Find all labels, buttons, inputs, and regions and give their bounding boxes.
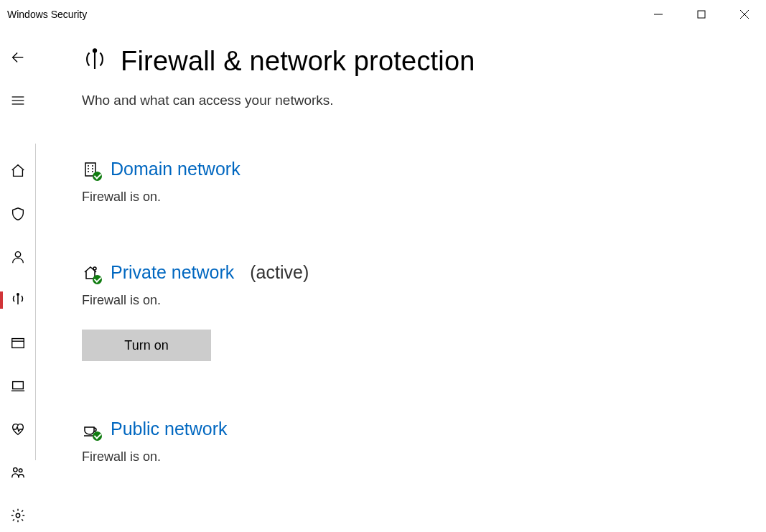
window-title: Windows Security xyxy=(7,9,87,20)
public-network-header[interactable]: Public network xyxy=(82,419,737,439)
svg-rect-1 xyxy=(698,11,705,18)
nav-device-performance[interactable] xyxy=(0,418,36,441)
nav-device-security[interactable] xyxy=(0,375,36,398)
public-network-section: Public network Firewall is on. xyxy=(82,419,737,465)
menu-button[interactable] xyxy=(0,89,36,112)
nav-firewall[interactable] xyxy=(0,289,36,312)
status-ok-badge xyxy=(93,431,102,441)
nav-account-protection[interactable] xyxy=(0,246,36,269)
domain-network-header[interactable]: Domain network xyxy=(82,159,737,179)
public-network-status: Firewall is on. xyxy=(82,449,737,465)
nav-family-options[interactable] xyxy=(0,461,36,484)
private-network-link[interactable]: Private network xyxy=(111,262,234,283)
private-network-header[interactable]: Private network (active) xyxy=(82,262,737,283)
nav-settings[interactable] xyxy=(0,504,36,527)
page-subtitle: Who and what can access your networks. xyxy=(82,93,737,108)
domain-network-status: Firewall is on. xyxy=(82,190,737,205)
svg-point-8 xyxy=(15,252,20,257)
titlebar: Windows Security xyxy=(0,0,766,29)
private-network-status: Firewall is on. xyxy=(82,293,737,308)
close-button[interactable] xyxy=(723,0,766,29)
nav-app-browser-control[interactable] xyxy=(0,332,36,355)
domain-network-section: Domain network Firewall is on. xyxy=(82,159,737,205)
status-ok-badge xyxy=(93,172,102,181)
svg-point-17 xyxy=(16,513,20,518)
sidebar xyxy=(0,29,36,532)
turn-on-button[interactable]: Turn on xyxy=(82,330,211,361)
svg-point-16 xyxy=(19,469,22,472)
public-network-link[interactable]: Public network xyxy=(111,419,228,439)
firewall-icon xyxy=(82,47,108,76)
status-ok-badge xyxy=(93,275,102,284)
svg-point-15 xyxy=(14,468,17,472)
building-icon xyxy=(82,161,99,178)
svg-point-27 xyxy=(93,267,96,270)
private-network-active-label: (active) xyxy=(250,262,309,283)
domain-network-link[interactable]: Domain network xyxy=(111,159,240,179)
svg-point-10 xyxy=(17,294,19,295)
nav-home[interactable] xyxy=(0,159,36,182)
private-network-section: Private network (active) Firewall is on.… xyxy=(82,262,737,361)
page-title: Firewall & network protection xyxy=(121,46,475,77)
nav-virus-protection[interactable] xyxy=(0,202,36,225)
svg-rect-13 xyxy=(13,382,24,389)
house-icon xyxy=(82,264,99,281)
cafe-icon xyxy=(82,421,99,438)
page-header: Firewall & network protection xyxy=(82,46,737,77)
svg-point-19 xyxy=(93,49,96,52)
main-content: Firewall & network protection Who and wh… xyxy=(36,29,766,532)
minimize-button[interactable] xyxy=(637,0,680,29)
back-button[interactable] xyxy=(0,46,36,69)
maximize-button[interactable] xyxy=(680,0,723,29)
svg-rect-11 xyxy=(12,339,24,348)
